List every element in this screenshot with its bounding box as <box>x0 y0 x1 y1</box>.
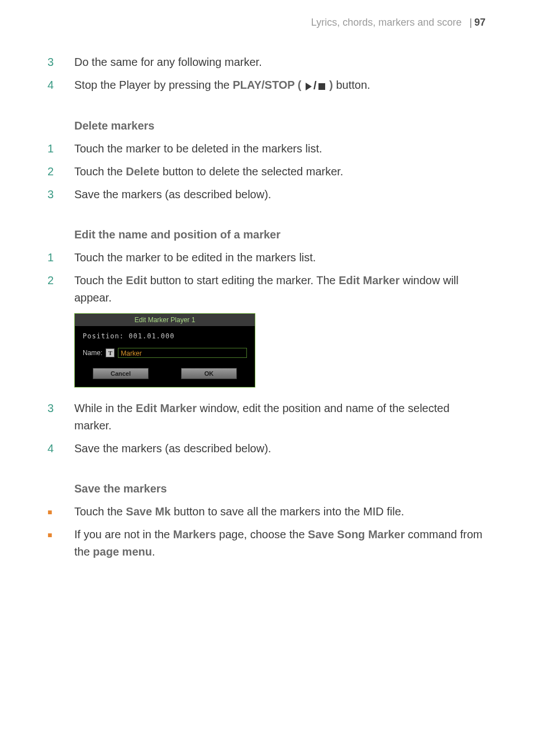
bullet-icon: ■ <box>47 526 74 561</box>
text-segment: If you are not in the <box>74 528 173 540</box>
name-input[interactable]: Marker <box>118 348 247 358</box>
step-text: Touch the Delete button to delete the se… <box>74 163 486 180</box>
text-edit-icon[interactable]: T <box>106 348 115 357</box>
dialog-screenshot: Edit Marker Player 1 Position: 001.01.00… <box>74 313 486 387</box>
text-segment: While in the <box>74 402 136 414</box>
step-item: 1 Touch the marker to be edited in the m… <box>47 249 486 266</box>
section-heading-edit: Edit the name and position of a marker <box>74 228 486 241</box>
ok-button[interactable]: OK <box>181 368 237 379</box>
step-number: 3 <box>47 54 74 71</box>
step-text: Save the markers (as described below). <box>74 186 486 203</box>
cancel-button[interactable]: Cancel <box>93 368 149 379</box>
play-stop-label-close: ) <box>326 79 333 91</box>
text-segment: button to delete the selected marker. <box>159 165 343 178</box>
step-number: 2 <box>47 163 74 180</box>
bullet-item: ■ If you are not in the Markers page, ch… <box>47 526 486 561</box>
step-text: Save the markers (as described below). <box>74 440 486 457</box>
text-segment: Touch the <box>74 165 126 178</box>
bullet-item: ■ Touch the Save Mk button to save all t… <box>47 503 486 520</box>
step-number: 4 <box>47 440 74 457</box>
edit-marker-label: Edit Marker <box>339 274 399 286</box>
bullet-text: If you are not in the Markers page, choo… <box>74 526 486 561</box>
page-header: Lyrics, chords, markers and score | 97 <box>47 17 486 28</box>
play-icon <box>306 77 312 94</box>
dialog-name-row: Name: T Marker <box>83 348 247 358</box>
step-text: Do the same for any following marker. <box>74 54 486 71</box>
text-segment: page, choose the <box>216 528 308 540</box>
slash-icon: / <box>313 77 317 94</box>
step-text: Stop the Player by pressing the PLAY/STO… <box>74 76 486 94</box>
position-label: Position: <box>83 332 124 340</box>
step-item: 4 Stop the Player by pressing the PLAY/S… <box>47 76 486 94</box>
section-heading-delete: Delete markers <box>74 119 486 132</box>
step-item: 3 While in the Edit Marker window, edit … <box>47 400 486 434</box>
step-number: 2 <box>47 272 74 307</box>
step-number: 3 <box>47 186 74 203</box>
step-text: Touch the marker to be edited in the mar… <box>74 249 486 266</box>
text-segment: . <box>152 546 155 558</box>
text-segment: Stop the Player by pressing the <box>74 79 233 91</box>
step-item: 2 Touch the Delete button to delete the … <box>47 163 486 180</box>
edit-label: Edit <box>126 274 147 286</box>
bullet-text: Touch the Save Mk button to save all the… <box>74 503 486 520</box>
edit-marker-label: Edit Marker <box>136 402 197 414</box>
text-segment: Touch the <box>74 274 126 286</box>
header-divider: | <box>469 17 472 28</box>
step-item: 1 Touch the marker to be deleted in the … <box>47 140 486 157</box>
text-segment: Touch the <box>74 505 126 518</box>
section-heading-save: Save the markers <box>74 482 486 495</box>
step-text: Touch the Edit button to start editing t… <box>74 272 486 307</box>
text-segment: button to start editing the marker. The <box>147 274 339 286</box>
bullet-icon: ■ <box>47 503 74 520</box>
step-number: 4 <box>47 76 74 94</box>
step-text: Touch the marker to be deleted in the ma… <box>74 140 486 157</box>
step-text: While in the Edit Marker window, edit th… <box>74 400 486 434</box>
save-song-marker-label: Save Song Marker <box>308 528 404 540</box>
step-item: 4 Save the markers (as described below). <box>47 440 486 457</box>
stop-icon <box>318 77 325 94</box>
step-number: 1 <box>47 140 74 157</box>
text-segment: button. <box>333 79 370 91</box>
delete-label: Delete <box>126 165 159 178</box>
save-mk-label: Save Mk <box>126 505 170 518</box>
step-item: 2 Touch the Edit button to start editing… <box>47 272 486 307</box>
edit-marker-dialog: Edit Marker Player 1 Position: 001.01.00… <box>74 313 255 387</box>
step-number: 1 <box>47 249 74 266</box>
play-stop-label: PLAY/STOP ( <box>233 79 305 91</box>
dialog-position: Position: 001.01.000 <box>83 332 247 340</box>
step-number: 3 <box>47 400 74 434</box>
dialog-title: Edit Marker Player 1 <box>75 314 255 327</box>
header-page-number: 97 <box>474 17 486 28</box>
dialog-buttons: Cancel OK <box>83 368 247 379</box>
step-item: 3 Do the same for any following marker. <box>47 54 486 71</box>
page-menu-label: page menu <box>93 546 152 558</box>
markers-label: Markers <box>173 528 216 540</box>
name-label: Name: <box>83 349 102 357</box>
header-title: Lyrics, chords, markers and score <box>311 17 461 28</box>
dialog-body: Position: 001.01.000 Name: T Marker Canc… <box>75 327 255 387</box>
text-segment: button to save all the markers into the … <box>170 505 404 518</box>
position-value: 001.01.000 <box>129 332 174 340</box>
step-item: 3 Save the markers (as described below). <box>47 186 486 203</box>
